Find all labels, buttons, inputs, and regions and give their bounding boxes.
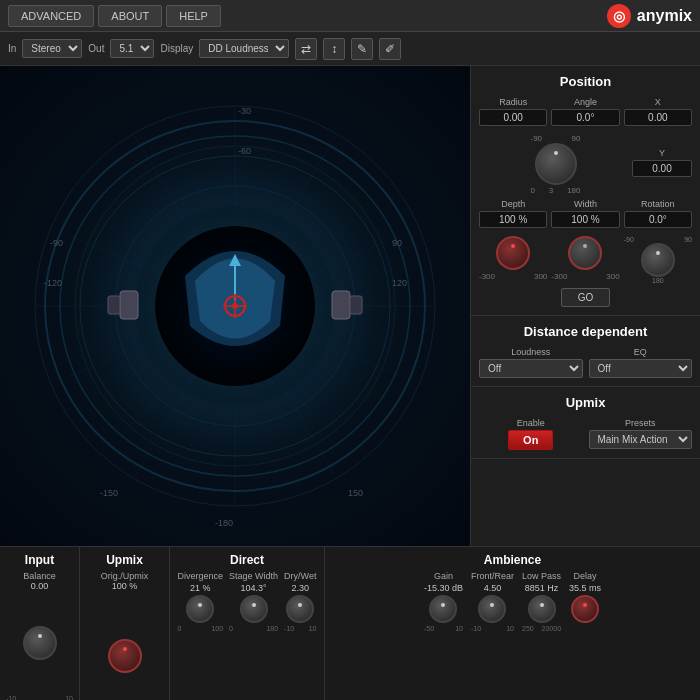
logo-text: anymix [637,7,692,25]
direct-title: Direct [176,553,318,567]
knob-bottom-label: 180 [567,186,580,195]
presets-select[interactable]: Main Mix Action [589,430,693,449]
advanced-button[interactable]: ADVANCED [8,5,94,27]
input-range: -10 10 [6,695,73,700]
settings-icon[interactable]: ✐ [379,38,401,60]
drywet-range-left: -10 [284,625,294,632]
dry-wet-group: Dry/Wet 2.30 -10 10 [284,571,316,632]
fr-range-right: 10 [506,625,514,632]
on-button[interactable]: On [508,430,553,450]
visualizer[interactable]: -30 -60 90 120 -90 -120 -150 150 -180 [0,66,470,546]
front-rear-label: Front/Rear [471,571,514,581]
svg-rect-23 [332,291,350,319]
presets-label: Presets [589,418,693,428]
div-range-left: 0 [178,625,182,632]
drywet-range: -10 10 [284,625,316,632]
balance-knob[interactable] [23,626,57,660]
rotation-knob[interactable] [641,243,675,277]
x-value[interactable]: 0.00 [624,109,692,126]
low-pass-group: Low Pass 8851 Hz 250 20000 [522,571,561,632]
display-select[interactable]: DD Loudness [199,39,289,58]
gain-range: -50 10 [424,625,463,632]
radius-col: Radius 0.00 [479,97,547,130]
dd-row: Loudness Off EQ Off [479,347,692,378]
orig-value: 100 % [86,581,163,591]
angle-value[interactable]: 0.0° [551,109,619,126]
go-button[interactable]: GO [561,288,611,307]
stage-width-knob[interactable] [240,595,268,623]
divergence-value: 21 % [190,583,211,593]
svg-text:-180: -180 [215,518,233,528]
position-knob[interactable] [535,143,577,185]
knob-right-label: 90 [572,134,581,143]
angle-col: Angle 0.0° [551,97,619,130]
loudness-select[interactable]: Off [479,359,583,378]
low-pass-label: Low Pass [522,571,561,581]
out-label: Out [88,43,104,54]
stage-range: 0 180 [229,625,278,632]
radius-value[interactable]: 0.00 [479,109,547,126]
delay-label: Delay [574,571,597,581]
in-select[interactable]: Stereo [22,39,82,58]
low-pass-value: 8851 Hz [525,583,559,593]
logo: ◎ anymix [607,4,692,28]
dry-wet-knob[interactable] [286,595,314,623]
svg-text:120: 120 [392,278,407,288]
stage-range-left: 0 [229,625,233,632]
y-value[interactable]: 0.00 [632,160,692,177]
lp-range-left: 250 [522,625,534,632]
gain-label: Gain [434,571,453,581]
upmix-bottom-title: Upmix [86,553,163,567]
front-rear-knob[interactable] [478,595,506,623]
cursor-icon[interactable]: ✎ [351,38,373,60]
direct-section: Direct Divergence 21 % 0 100 Stage Width… [170,547,325,700]
gain-group: Gain -15.30 dB -50 10 [424,571,463,632]
svg-rect-24 [350,296,362,314]
upmix-bottom-section: Upmix Orig./Upmix 100 % 0 100 [80,547,170,700]
svg-rect-22 [108,296,120,314]
depth-knob[interactable] [496,236,530,270]
front-rear-value: 4.50 [484,583,502,593]
delay-knob[interactable] [571,595,599,623]
divergence-knob[interactable] [186,595,214,623]
rot-range-right: 90 [684,236,692,243]
width-range-left: -300 [551,272,567,281]
svg-rect-21 [120,291,138,319]
depth-label: Depth [501,199,525,209]
div-range: 0 100 [178,625,224,632]
arrow-up-down-icon[interactable]: ↕ [323,38,345,60]
input-range-left: -10 [6,695,16,700]
about-button[interactable]: ABOUT [98,5,162,27]
position-section: Position Radius 0.00 Angle 0.0° X 0.00 [471,66,700,316]
gain-knob[interactable] [429,595,457,623]
orig-knob[interactable] [108,639,142,673]
eq-select[interactable]: Off [589,359,693,378]
delay-value: 35.5 ms [569,583,601,593]
low-pass-knob[interactable] [528,595,556,623]
loudness-label: Loudness [479,347,583,357]
width-knob[interactable] [568,236,602,270]
lp-range: 250 20000 [522,625,561,632]
knob-zero-label: 0 [531,186,535,195]
width-value[interactable]: 100 % [551,211,619,228]
dry-wet-value: 2.30 [292,583,310,593]
upmix-row: Enable On Presets Main Mix Action [479,418,692,450]
main-area: -30 -60 90 120 -90 -120 -150 150 -180 Po… [0,66,700,546]
out-select[interactable]: 5.1 [110,39,154,58]
divergence-label: Divergence [178,571,224,581]
y-label: Y [659,148,665,158]
rotation-value[interactable]: 0.0° [624,211,692,228]
rot-range-bottom: 180 [652,277,664,284]
gain-range-left: -50 [424,625,434,632]
balance-value: 0.00 [6,581,73,591]
gain-range-right: 10 [455,625,463,632]
rotation-label: Rotation [641,199,675,209]
svg-text:-150: -150 [100,488,118,498]
width-col: Width 100 % [551,199,619,232]
upmix-section: Upmix Enable On Presets Main Mix Action [471,387,700,459]
depth-value[interactable]: 100 % [479,211,547,228]
stage-width-label: Stage Width [229,571,278,581]
arrow-left-right-icon[interactable]: ⇄ [295,38,317,60]
help-button[interactable]: HELP [166,5,221,27]
front-rear-group: Front/Rear 4.50 -10 10 [471,571,514,632]
